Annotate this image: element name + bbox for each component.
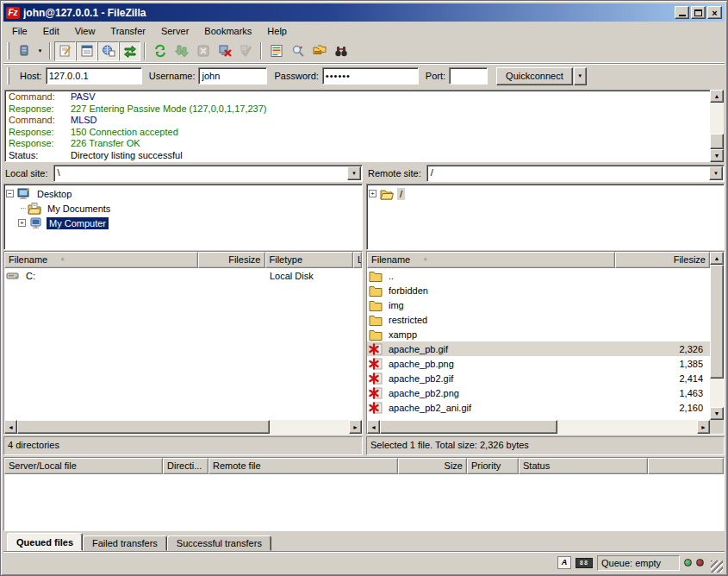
collapse-toggle[interactable]: − — [6, 190, 14, 197]
maximize-button[interactable] — [691, 6, 706, 19]
title-bar[interactable]: Fz john@127.0.0.1 - FileZilla × — [3, 3, 725, 22]
quickconnect-button[interactable]: Quickconnect — [496, 67, 573, 85]
refresh-button[interactable] — [149, 41, 171, 61]
tab-successful-transfers[interactable]: Successful transfers — [167, 535, 271, 551]
column-header-filename[interactable]: Filename▲ — [4, 252, 198, 268]
scroll-thumb[interactable] — [710, 134, 724, 149]
disconnect-button[interactable] — [214, 41, 235, 61]
column-header-filename[interactable]: Filename▲ — [367, 252, 615, 268]
folder-row[interactable]: forbidden — [367, 283, 710, 297]
tree-connector — [21, 208, 26, 209]
tab-queued-files[interactable]: Queued files — [7, 533, 83, 551]
menu-server[interactable]: Server — [153, 23, 196, 39]
scroll-track[interactable] — [710, 103, 724, 149]
remote-list-header: Filename▲ Filesize — [367, 252, 710, 268]
cancel-operation-button[interactable] — [192, 41, 214, 61]
scroll-up-button[interactable]: ▲ — [710, 90, 724, 103]
password-input[interactable] — [322, 67, 419, 85]
folder-row[interactable]: img — [367, 297, 710, 312]
menu-bar: File Edit View Transfer Server Bookmarks… — [3, 22, 725, 40]
column-header-modified[interactable]: L — [353, 252, 362, 268]
scroll-down-button[interactable]: ▼ — [710, 407, 724, 420]
log-scrollbar[interactable]: ▲ ▼ — [710, 90, 724, 162]
column-header-status[interactable]: Status — [519, 458, 648, 474]
scroll-down-button[interactable]: ▼ — [710, 149, 724, 162]
minimize-button[interactable] — [675, 6, 689, 19]
column-header-server-local-file[interactable]: Server/Local file — [4, 458, 163, 474]
scroll-right-button[interactable]: ► — [697, 420, 710, 434]
column-header-filetype[interactable]: Filetype — [265, 252, 354, 268]
toggle-remote-tree-button[interactable] — [97, 41, 119, 61]
scroll-thumb[interactable] — [380, 420, 557, 434]
filename-filters-button[interactable] — [287, 41, 308, 61]
reconnect-button[interactable] — [235, 41, 257, 61]
local-site-label: Local site: — [3, 168, 53, 178]
tree-item-my-computer[interactable]: + My Computer — [6, 216, 360, 230]
menu-edit[interactable]: Edit — [35, 23, 67, 39]
quickconnect-dropdown[interactable]: ▼ — [574, 67, 587, 85]
remote-horizontal-scrollbar[interactable]: ◄ ► — [367, 420, 710, 434]
menu-bookmarks[interactable]: Bookmarks — [196, 23, 259, 39]
column-header-filler — [648, 458, 724, 474]
scroll-left-button[interactable]: ◄ — [367, 420, 380, 434]
local-site-combobox[interactable]: \ ▼ — [53, 165, 363, 182]
expand-toggle[interactable]: + — [18, 219, 26, 227]
menu-file[interactable]: File — [4, 23, 35, 39]
file-row[interactable]: apache_pb2_ani.gif 2,160 — [367, 400, 710, 415]
site-manager-button[interactable] — [13, 41, 34, 61]
toggle-transfer-queue-button[interactable] — [119, 41, 140, 61]
expand-toggle[interactable]: + — [369, 190, 376, 197]
directory-comparison-button[interactable] — [265, 41, 287, 61]
column-header-filesize[interactable]: Filesize — [198, 252, 265, 268]
site-manager-dropdown[interactable]: ▼ — [34, 41, 46, 61]
scroll-track[interactable] — [17, 420, 349, 434]
maximize-icon — [694, 9, 702, 16]
file-row-selected[interactable]: apache_pb.gif 2,326 — [367, 341, 710, 356]
combo-arrow[interactable]: ▼ — [709, 166, 723, 180]
synchronized-browsing-button[interactable] — [308, 41, 330, 61]
folder-row[interactable]: xampp — [367, 327, 710, 341]
file-lists-row: Filename▲ Filesize Filetype L C: Local D… — [3, 251, 725, 435]
scroll-track[interactable] — [710, 265, 724, 407]
column-header-size[interactable]: Size — [398, 458, 467, 474]
scroll-left-button[interactable]: ◄ — [4, 420, 17, 434]
tree-item-desktop[interactable]: − Desktop — [6, 186, 360, 201]
local-horizontal-scrollbar[interactable]: ◄ ► — [4, 420, 362, 434]
folder-row[interactable]: restricted — [367, 312, 710, 327]
menu-transfer[interactable]: Transfer — [103, 23, 153, 39]
tab-failed-transfers[interactable]: Failed transfers — [83, 535, 167, 551]
scroll-thumb[interactable] — [710, 265, 724, 379]
scroll-right-button[interactable]: ► — [349, 420, 362, 434]
resize-grip[interactable] — [711, 560, 723, 573]
column-header-remote-file[interactable]: Remote file — [208, 458, 398, 474]
menu-help[interactable]: Help — [259, 23, 295, 39]
column-header-filesize[interactable]: Filesize — [615, 252, 710, 268]
tree-item-root[interactable]: + / — [369, 186, 722, 201]
file-row[interactable]: apache_pb2.gif 2,414 — [367, 371, 710, 385]
toggle-local-tree-button[interactable] — [76, 41, 97, 61]
file-row[interactable]: apache_pb.png 1,385 — [367, 356, 710, 371]
toggle-message-log-button[interactable] — [54, 41, 76, 61]
folder-row[interactable]: .. — [367, 268, 710, 283]
find-files-button[interactable] — [330, 41, 352, 61]
username-input[interactable] — [198, 67, 267, 85]
remote-site-combobox[interactable]: / ▼ — [426, 165, 725, 182]
menu-view[interactable]: View — [67, 23, 103, 39]
combo-arrow[interactable]: ▼ — [347, 166, 361, 180]
scroll-up-button[interactable]: ▲ — [710, 252, 724, 265]
file-row-c-drive[interactable]: C: Local Disk — [4, 268, 362, 283]
column-header-direction[interactable]: Directi... — [163, 458, 208, 474]
image-file-icon — [369, 401, 383, 415]
column-header-priority[interactable]: Priority — [467, 458, 519, 474]
port-input[interactable] — [449, 67, 488, 85]
remote-vertical-scrollbar[interactable]: ▲ ▼ — [710, 252, 724, 420]
scroll-track[interactable] — [380, 420, 697, 434]
tree-item-my-documents[interactable]: My Documents — [6, 201, 360, 216]
file-name: apache_pb2_ani.gif — [385, 403, 615, 413]
file-row[interactable]: apache_pb2.png 1,463 — [367, 385, 710, 400]
scroll-thumb[interactable] — [17, 420, 270, 434]
host-input[interactable] — [46, 67, 142, 85]
scroll-up-icon: ▲ — [714, 93, 720, 99]
process-queue-button[interactable] — [171, 41, 192, 61]
close-button[interactable]: × — [707, 6, 722, 19]
